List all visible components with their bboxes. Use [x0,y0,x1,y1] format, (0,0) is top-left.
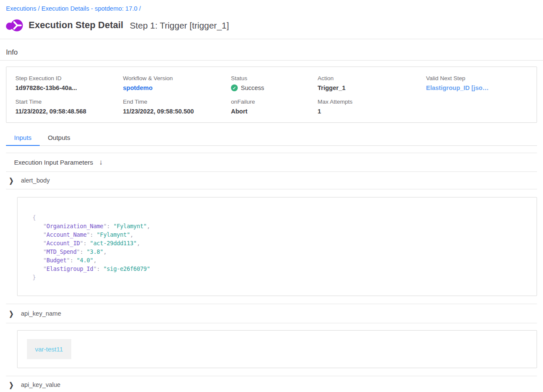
tab-outputs[interactable]: Outputs [40,131,79,145]
section-row-api-key-value[interactable]: ❯ api_key_value [6,376,537,392]
section-row-alert-body[interactable]: ❯ alert_body [6,172,537,189]
field-value: 11/23/2022, 09:58:50.500 [123,108,231,115]
next-step-link[interactable]: Elastigroup_ID [jso… [426,84,528,91]
field-label: Step Execution ID [15,75,123,81]
divider [0,39,543,39]
field-start-time: Start Time 11/23/2022, 09:58:48.568 [15,99,123,115]
field-label: Action [318,75,426,81]
field-value: 1d97828c-13b6-40a... [15,84,123,91]
fylamynt-logo-icon [6,18,23,32]
success-check-icon: ✓ [231,84,238,91]
section-row-api-key-name[interactable]: ❯ api_key_name [6,304,537,323]
json-line: "Account_Name": "Fylamynt", [32,230,528,239]
section-name: api_key_name [21,310,61,317]
info-heading: Info [6,48,537,56]
field-status: Status ✓ Success [231,75,318,91]
tab-inputs[interactable]: Inputs [6,131,40,146]
chevron-right-icon[interactable]: ❯ [9,310,14,318]
field-label: End Time [123,99,231,105]
field-valid-next-step: Valid Next Step Elastigroup_ID [jso… [426,75,528,91]
execution-input-parameters-title: Execution Input Parameters [14,159,93,166]
field-label: Max Attempts [318,99,426,105]
page-title: Execution Step Detail [29,20,123,31]
json-line: { [32,213,528,222]
chevron-right-icon[interactable]: ❯ [9,381,14,389]
info-card: Step Execution ID 1d97828c-13b6-40a... W… [6,67,537,123]
field-label: Status [231,75,318,81]
json-line: "Account_ID": "act-29ddd113", [32,239,528,247]
execution-step-detail-page: Executions/Execution Details - spotdemo:… [0,0,543,392]
field-empty [426,99,528,115]
field-workflow-version: Workflow & Version spotdemo [123,75,231,91]
breadcrumb: Executions/Execution Details - spotdemo:… [5,0,537,12]
breadcrumb-separator: / [137,5,143,12]
field-value: Trigger_1 [318,84,426,91]
field-onfailure: onFailure Abort [231,99,318,115]
field-step-execution-id: Step Execution ID 1d97828c-13b6-40a... [15,75,123,91]
arrow-down-icon[interactable]: ↓ [99,159,103,166]
field-label: Workflow & Version [123,75,231,81]
execution-input-parameters-bar: Execution Input Parameters ↓ [6,153,537,172]
breadcrumb-separator: / [36,5,41,12]
field-value: Abort [231,108,318,115]
field-label: Start Time [15,99,123,105]
json-line: "Budget": "4.0", [32,256,528,264]
page-header: Execution Step Detail Step 1: Trigger [t… [6,18,537,32]
section-name: alert_body [21,177,50,184]
page-subtitle: Step 1: Trigger [trigger_1] [130,20,229,31]
json-line: } [32,273,528,282]
divider [0,60,543,61]
json-line: "Elastigroup_Id": "sig-e26f6079" [32,264,528,273]
breadcrumb-link-executions[interactable]: Executions [6,5,36,12]
status-badge: ✓ Success [231,84,318,91]
field-label: Valid Next Step [426,75,528,81]
json-line: "Organization_Name": "Fylamynt", [32,222,528,230]
field-label: onFailure [231,99,318,105]
field-value: 1 [318,108,426,115]
field-value: 11/23/2022, 09:58:48.568 [15,108,123,115]
field-max-attempts: Max Attempts 1 [318,99,426,115]
alert-body-json-panel: { "Organization_Name": "Fylamynt", "Acco… [17,197,537,296]
json-line: "MTD_Spend": "3.8", [32,247,528,256]
workflow-link[interactable]: spotdemo [123,84,231,91]
api-key-name-value: var-test11 [27,339,71,359]
tab-bar: Inputs Outputs [6,131,537,146]
field-end-time: End Time 11/23/2022, 09:58:50.500 [123,99,231,115]
field-action: Action Trigger_1 [318,75,426,91]
section-name: api_key_value [21,381,61,388]
api-key-name-value-panel: var-test11 [17,330,537,368]
status-text: Success [241,84,264,91]
chevron-right-icon[interactable]: ❯ [9,177,14,185]
breadcrumb-link-execution-details[interactable]: Execution Details - spotdemo: 17.0 [41,5,137,12]
